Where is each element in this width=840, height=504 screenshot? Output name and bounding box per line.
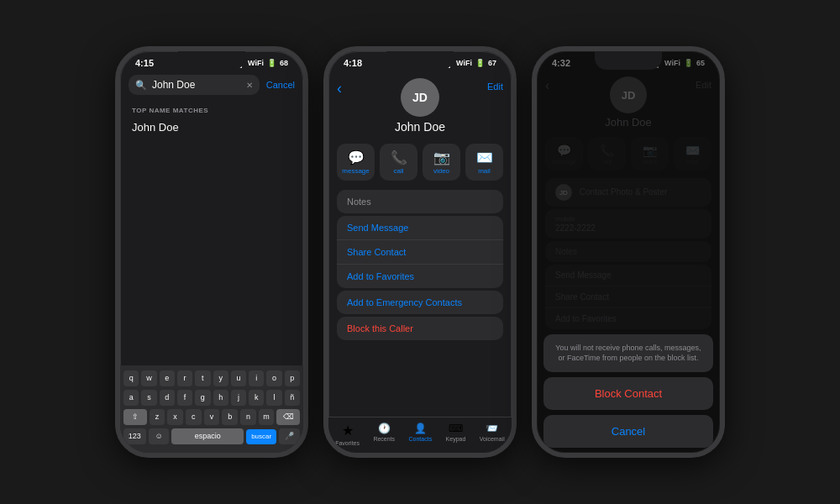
edit-button-2[interactable]: Edit <box>487 81 503 92</box>
send-message-menu[interactable]: Send Message <box>337 216 503 240</box>
key-a[interactable]: a <box>123 390 139 406</box>
battery-icon-1: 🔋 <box>267 59 276 67</box>
section-label: TOP NAME MATCHES <box>120 102 303 118</box>
battery-pct-1: 68 <box>280 59 288 67</box>
key-f[interactable]: f <box>177 390 192 406</box>
search-input-wrap[interactable]: 🔍 John Doe ✕ <box>129 75 260 95</box>
phone1-content: 🔍 John Doe ✕ Cancel TOP NAME MATCHES Joh… <box>120 75 303 139</box>
signal-icon-2: ▌▌▌ <box>437 59 453 67</box>
key-s[interactable]: s <box>141 390 156 406</box>
key-h[interactable]: h <box>213 390 228 406</box>
key-j[interactable]: j <box>231 390 246 406</box>
keypad-icon: ⌨ <box>449 423 463 434</box>
search-clear-icon[interactable]: ✕ <box>246 81 253 90</box>
key-n-tilde[interactable]: ñ <box>285 390 300 406</box>
cancel-button-3[interactable]: Cancel <box>543 415 713 448</box>
key-num[interactable]: 123 <box>123 428 146 444</box>
keyboard[interactable]: q w e r t y u i o p a s d f g h j k l <box>120 365 303 453</box>
contact-name-result[interactable]: John Doe <box>120 118 303 139</box>
search-text: John Doe <box>152 79 241 91</box>
key-e[interactable]: e <box>160 370 175 386</box>
key-n[interactable]: n <box>240 409 256 425</box>
mail-button[interactable]: ✉️ mail <box>465 144 503 181</box>
key-c[interactable]: c <box>186 409 202 425</box>
key-b[interactable]: b <box>222 409 238 425</box>
emergency-section: Add to Emergency Contacts <box>337 291 503 314</box>
video-label: video <box>433 167 449 175</box>
key-d[interactable]: d <box>160 390 175 406</box>
video-button[interactable]: 📷 video <box>423 144 460 181</box>
block-modal-sheet: You will not receive phone calls, messag… <box>537 334 720 453</box>
tab-keypad[interactable]: ⌨ Keypad <box>446 423 466 446</box>
key-k[interactable]: k <box>249 390 264 406</box>
message-label: message <box>342 167 369 175</box>
wifi-icon-2: WiFi <box>456 59 472 67</box>
key-y[interactable]: y <box>213 370 228 386</box>
key-m[interactable]: m <box>259 409 275 425</box>
key-delete[interactable]: ⌫ <box>276 409 300 425</box>
key-u[interactable]: u <box>231 370 246 386</box>
battery-icon-2: 🔋 <box>475 59 485 67</box>
key-g[interactable]: g <box>195 390 210 406</box>
wifi-icon-1: WiFi <box>248 59 264 67</box>
key-action[interactable]: buscar <box>246 429 276 444</box>
recents-icon: 🕐 <box>378 423 391 434</box>
block-caller-menu[interactable]: Block this Caller <box>337 317 503 340</box>
block-info-card: You will not receive phone calls, messag… <box>543 334 713 372</box>
search-bar[interactable]: 🔍 John Doe ✕ Cancel <box>129 75 295 95</box>
menu-section: Send Message Share Contact Add to Favori… <box>337 216 503 288</box>
key-i[interactable]: i <box>249 370 264 386</box>
message-button[interactable]: 💬 message <box>337 144 375 181</box>
recents-label: Recents <box>373 436 395 442</box>
favorites-label: Favorites <box>335 440 360 446</box>
time-1: 4:15 <box>135 58 154 68</box>
kb-row-1: q w e r t y u i o p <box>123 370 300 386</box>
tab-recents[interactable]: 🕐 Recents <box>373 423 395 446</box>
signal-icon-1: ▌▌ <box>234 59 244 67</box>
key-shift[interactable]: ⇧ <box>123 409 147 425</box>
back-button-2[interactable]: ‹ <box>337 80 342 97</box>
message-icon: 💬 <box>348 150 365 165</box>
mail-label: mail <box>478 167 491 175</box>
key-t[interactable]: t <box>195 370 210 386</box>
tab-favorites[interactable]: ★ Favorites <box>335 423 360 446</box>
kb-row-special: 123 ☺ espacio buscar 🎤 <box>123 428 300 444</box>
add-favorites-menu[interactable]: Add to Favorites <box>337 265 503 288</box>
mail-icon: ✉️ <box>476 150 493 165</box>
add-emergency-menu[interactable]: Add to Emergency Contacts <box>337 291 503 314</box>
phone-search: 4:15 ▌▌ WiFi 🔋 68 🔍 John Doe ✕ Cancel TO… <box>115 46 308 458</box>
time-2: 4:18 <box>344 58 362 68</box>
kb-row-2: a s d f g h j k l ñ <box>123 390 300 406</box>
voicemail-label: Voicemail <box>480 436 505 442</box>
scene: 4:15 ▌▌ WiFi 🔋 68 🔍 John Doe ✕ Cancel TO… <box>98 29 742 475</box>
block-section: Block this Caller <box>337 317 503 340</box>
call-icon: 📞 <box>391 150 407 165</box>
key-r[interactable]: r <box>177 370 192 386</box>
notes-label: Notes <box>337 190 503 213</box>
kb-row-3: ⇧ z x c v b n m ⌫ <box>123 409 300 425</box>
key-x[interactable]: x <box>167 409 183 425</box>
status-icons-2: ▌▌▌ WiFi 🔋 67 <box>437 59 496 67</box>
signal-icon-3: ▌▌▌ <box>645 59 661 67</box>
key-w[interactable]: w <box>141 370 156 386</box>
cancel-button[interactable]: Cancel <box>266 80 295 90</box>
key-mic[interactable]: 🎤 <box>279 428 300 444</box>
share-contact-menu[interactable]: Share Contact <box>337 240 503 265</box>
key-v[interactable]: v <box>204 409 220 425</box>
key-emoji[interactable]: ☺ <box>149 428 170 444</box>
tab-contacts[interactable]: 👤 Contacts <box>409 423 433 446</box>
contact-name-2: John Doe <box>395 120 445 134</box>
call-button[interactable]: 📞 call <box>380 144 417 181</box>
battery-pct-2: 67 <box>488 59 496 67</box>
notes-section: Notes <box>337 190 503 213</box>
block-contact-button[interactable]: Block Contact <box>543 377 713 410</box>
bottom-tabs-2: ★ Favorites 🕐 Recents 👤 Contacts ⌨ Keypa… <box>328 417 512 453</box>
key-p[interactable]: p <box>285 370 300 386</box>
tab-voicemail[interactable]: 📨 Voicemail <box>480 423 505 446</box>
key-q[interactable]: q <box>123 370 139 386</box>
key-o[interactable]: o <box>266 370 281 386</box>
key-l[interactable]: l <box>266 390 281 406</box>
key-space[interactable]: espacio <box>171 428 244 444</box>
key-z[interactable]: z <box>150 409 165 425</box>
keypad-label: Keypad <box>446 436 466 442</box>
